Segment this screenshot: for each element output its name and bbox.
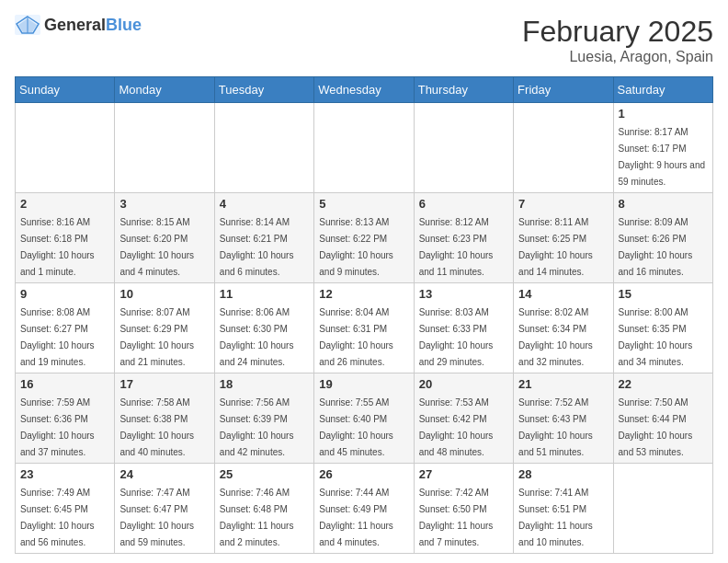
day-info: Sunrise: 7:52 AM Sunset: 6:43 PM Dayligh… — [518, 397, 593, 457]
calendar-table: SundayMondayTuesdayWednesdayThursdayFrid… — [15, 76, 713, 554]
calendar-cell: 13Sunrise: 8:03 AM Sunset: 6:33 PM Dayli… — [414, 283, 513, 373]
day-info: Sunrise: 8:07 AM Sunset: 6:29 PM Dayligh… — [119, 307, 194, 367]
calendar-cell: 3Sunrise: 8:15 AM Sunset: 6:20 PM Daylig… — [115, 193, 214, 283]
weekday-header-monday: Monday — [115, 77, 214, 103]
calendar-cell: 26Sunrise: 7:44 AM Sunset: 6:49 PM Dayli… — [314, 464, 414, 554]
day-info: Sunrise: 7:46 AM Sunset: 6:48 PM Dayligh… — [220, 488, 294, 547]
day-number: 13 — [419, 287, 508, 301]
day-number: 22 — [619, 377, 708, 391]
logo-general: General — [44, 16, 106, 34]
weekday-header-friday: Friday — [514, 77, 613, 103]
day-info: Sunrise: 7:58 AM Sunset: 6:38 PM Dayligh… — [119, 397, 194, 457]
weekday-header-sunday: Sunday — [16, 77, 115, 103]
day-number: 24 — [119, 467, 209, 481]
calendar-cell: 8Sunrise: 8:09 AM Sunset: 6:26 PM Daylig… — [613, 193, 712, 283]
week-row-3: 9Sunrise: 8:08 AM Sunset: 6:27 PM Daylig… — [16, 283, 713, 373]
day-number: 14 — [518, 287, 608, 301]
day-number: 11 — [220, 287, 309, 301]
title-area: February 2025 Luesia, Aragon, Spain — [522, 15, 713, 65]
calendar-cell: 14Sunrise: 8:02 AM Sunset: 6:34 PM Dayli… — [514, 283, 613, 373]
calendar-cell: 4Sunrise: 8:14 AM Sunset: 6:21 PM Daylig… — [214, 193, 313, 283]
day-info: Sunrise: 8:12 AM Sunset: 6:23 PM Dayligh… — [419, 217, 494, 277]
day-info: Sunrise: 8:08 AM Sunset: 6:27 PM Dayligh… — [20, 307, 95, 367]
calendar-cell: 28Sunrise: 7:41 AM Sunset: 6:51 PM Dayli… — [514, 464, 613, 554]
day-number: 19 — [319, 377, 408, 391]
day-info: Sunrise: 8:17 AM Sunset: 6:17 PM Dayligh… — [619, 127, 706, 187]
day-number: 2 — [20, 197, 109, 211]
calendar-cell: 10Sunrise: 8:07 AM Sunset: 6:29 PM Dayli… — [115, 283, 214, 373]
logo: GeneralBlue — [15, 15, 142, 35]
calendar-cell: 19Sunrise: 7:55 AM Sunset: 6:40 PM Dayli… — [314, 373, 414, 464]
calendar-cell: 15Sunrise: 8:00 AM Sunset: 6:35 PM Dayli… — [613, 283, 712, 373]
calendar-cell: 12Sunrise: 8:04 AM Sunset: 6:31 PM Dayli… — [314, 283, 414, 373]
calendar-cell: 21Sunrise: 7:52 AM Sunset: 6:43 PM Dayli… — [514, 373, 613, 464]
calendar-cell: 9Sunrise: 8:08 AM Sunset: 6:27 PM Daylig… — [16, 283, 115, 373]
day-number: 17 — [119, 377, 209, 391]
calendar-cell: 22Sunrise: 7:50 AM Sunset: 6:44 PM Dayli… — [613, 373, 712, 464]
day-info: Sunrise: 7:41 AM Sunset: 6:51 PM Dayligh… — [518, 488, 593, 547]
day-info: Sunrise: 7:59 AM Sunset: 6:36 PM Dayligh… — [20, 397, 95, 457]
day-info: Sunrise: 7:55 AM Sunset: 6:40 PM Dayligh… — [319, 397, 393, 457]
day-number: 8 — [619, 197, 708, 211]
day-number: 25 — [220, 467, 309, 481]
day-info: Sunrise: 7:56 AM Sunset: 6:39 PM Dayligh… — [220, 397, 294, 457]
day-info: Sunrise: 7:44 AM Sunset: 6:49 PM Dayligh… — [319, 488, 393, 547]
week-row-1: 1Sunrise: 8:17 AM Sunset: 6:17 PM Daylig… — [16, 103, 713, 193]
day-info: Sunrise: 8:00 AM Sunset: 6:35 PM Dayligh… — [619, 307, 693, 367]
day-number: 28 — [518, 467, 608, 481]
day-info: Sunrise: 7:53 AM Sunset: 6:42 PM Dayligh… — [419, 397, 494, 457]
day-info: Sunrise: 7:42 AM Sunset: 6:50 PM Dayligh… — [419, 488, 494, 547]
day-info: Sunrise: 8:09 AM Sunset: 6:26 PM Dayligh… — [619, 217, 693, 277]
week-row-2: 2Sunrise: 8:16 AM Sunset: 6:18 PM Daylig… — [16, 193, 713, 283]
day-info: Sunrise: 8:15 AM Sunset: 6:20 PM Dayligh… — [119, 217, 194, 277]
day-number: 10 — [119, 287, 209, 301]
day-number: 21 — [518, 377, 608, 391]
calendar-cell: 20Sunrise: 7:53 AM Sunset: 6:42 PM Dayli… — [414, 373, 513, 464]
day-number: 18 — [220, 377, 309, 391]
day-info: Sunrise: 8:04 AM Sunset: 6:31 PM Dayligh… — [319, 307, 393, 367]
weekday-header-thursday: Thursday — [414, 77, 513, 103]
calendar-cell: 27Sunrise: 7:42 AM Sunset: 6:50 PM Dayli… — [414, 464, 513, 554]
day-number: 5 — [319, 197, 408, 211]
weekday-header-wednesday: Wednesday — [314, 77, 414, 103]
calendar-cell: 2Sunrise: 8:16 AM Sunset: 6:18 PM Daylig… — [16, 193, 115, 283]
month-title: February 2025 — [522, 15, 713, 49]
day-number: 16 — [20, 377, 109, 391]
header: GeneralBlue February 2025 Luesia, Aragon… — [15, 15, 713, 65]
logo-blue: Blue — [106, 16, 142, 34]
day-number: 9 — [20, 287, 109, 301]
weekday-header-tuesday: Tuesday — [214, 77, 313, 103]
day-number: 20 — [419, 377, 508, 391]
calendar-cell — [314, 103, 414, 193]
weekday-header-row: SundayMondayTuesdayWednesdayThursdayFrid… — [16, 77, 713, 103]
day-info: Sunrise: 8:03 AM Sunset: 6:33 PM Dayligh… — [419, 307, 494, 367]
calendar-cell — [414, 103, 513, 193]
day-number: 23 — [20, 467, 109, 481]
day-number: 12 — [319, 287, 408, 301]
calendar-cell: 7Sunrise: 8:11 AM Sunset: 6:25 PM Daylig… — [514, 193, 613, 283]
day-info: Sunrise: 7:49 AM Sunset: 6:45 PM Dayligh… — [20, 488, 95, 547]
calendar-cell: 1Sunrise: 8:17 AM Sunset: 6:17 PM Daylig… — [613, 103, 712, 193]
calendar-cell — [514, 103, 613, 193]
calendar-cell: 18Sunrise: 7:56 AM Sunset: 6:39 PM Dayli… — [214, 373, 313, 464]
weekday-header-saturday: Saturday — [613, 77, 712, 103]
calendar-cell: 25Sunrise: 7:46 AM Sunset: 6:48 PM Dayli… — [214, 464, 313, 554]
day-info: Sunrise: 8:16 AM Sunset: 6:18 PM Dayligh… — [20, 217, 95, 277]
calendar-cell — [16, 103, 115, 193]
day-number: 15 — [619, 287, 708, 301]
day-number: 27 — [419, 467, 508, 481]
week-row-4: 16Sunrise: 7:59 AM Sunset: 6:36 PM Dayli… — [16, 373, 713, 464]
logo-icon — [15, 15, 40, 35]
calendar-cell: 23Sunrise: 7:49 AM Sunset: 6:45 PM Dayli… — [16, 464, 115, 554]
calendar-cell: 6Sunrise: 8:12 AM Sunset: 6:23 PM Daylig… — [414, 193, 513, 283]
day-number: 7 — [518, 197, 608, 211]
calendar-cell — [115, 103, 214, 193]
day-info: Sunrise: 8:02 AM Sunset: 6:34 PM Dayligh… — [518, 307, 593, 367]
calendar-cell: 17Sunrise: 7:58 AM Sunset: 6:38 PM Dayli… — [115, 373, 214, 464]
calendar-cell: 16Sunrise: 7:59 AM Sunset: 6:36 PM Dayli… — [16, 373, 115, 464]
day-info: Sunrise: 8:11 AM Sunset: 6:25 PM Dayligh… — [518, 217, 593, 277]
day-info: Sunrise: 7:47 AM Sunset: 6:47 PM Dayligh… — [119, 488, 194, 547]
calendar-cell: 11Sunrise: 8:06 AM Sunset: 6:30 PM Dayli… — [214, 283, 313, 373]
calendar-cell: 5Sunrise: 8:13 AM Sunset: 6:22 PM Daylig… — [314, 193, 414, 283]
calendar-cell: 24Sunrise: 7:47 AM Sunset: 6:47 PM Dayli… — [115, 464, 214, 554]
